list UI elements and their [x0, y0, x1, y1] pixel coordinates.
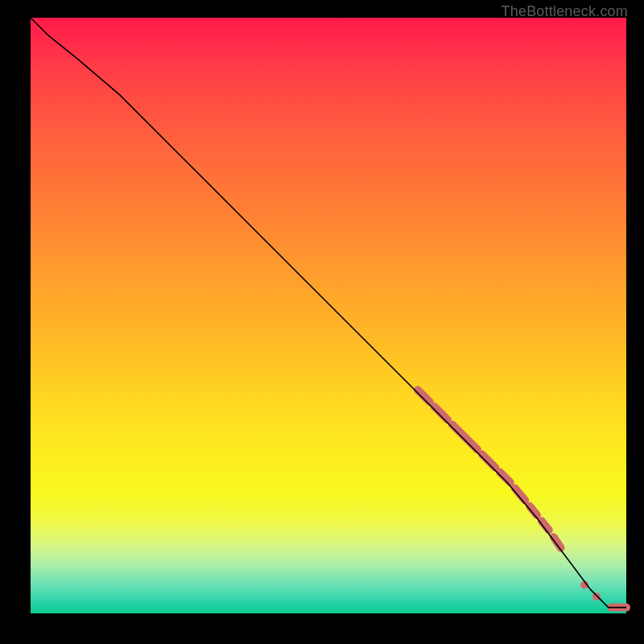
marker-segment: [418, 390, 430, 402]
marker-dot: [592, 592, 601, 601]
markers-layer: [418, 390, 626, 608]
curve-line: [31, 18, 626, 608]
chart-svg: [31, 18, 626, 613]
marker-segment: [435, 407, 448, 419]
plot-area: [31, 18, 626, 613]
marker-segment: [482, 454, 495, 467]
chart-frame: TheBottleneck.com: [0, 0, 644, 644]
marker-segment: [452, 424, 477, 449]
